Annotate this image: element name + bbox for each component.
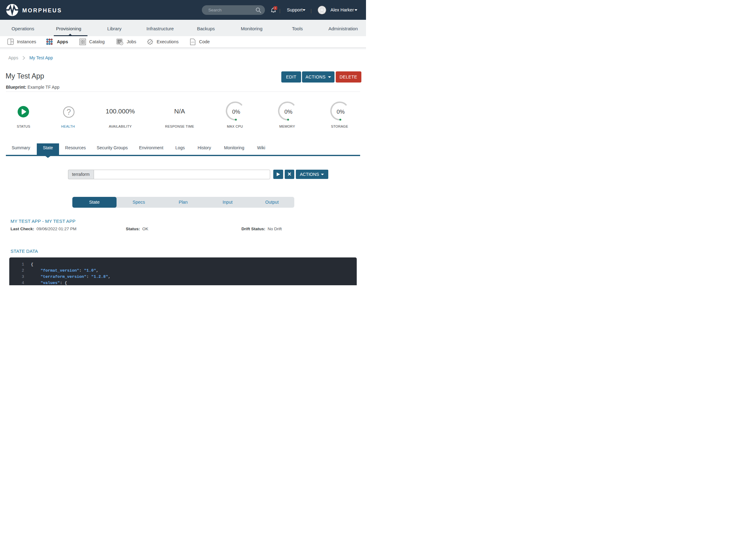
svg-text:0%: 0%	[232, 109, 240, 115]
svg-text:0%: 0%	[284, 109, 292, 115]
svg-text:?: ?	[67, 108, 71, 116]
svg-text:0%: 0%	[337, 109, 345, 115]
svg-text:</>: </>	[191, 41, 194, 44]
